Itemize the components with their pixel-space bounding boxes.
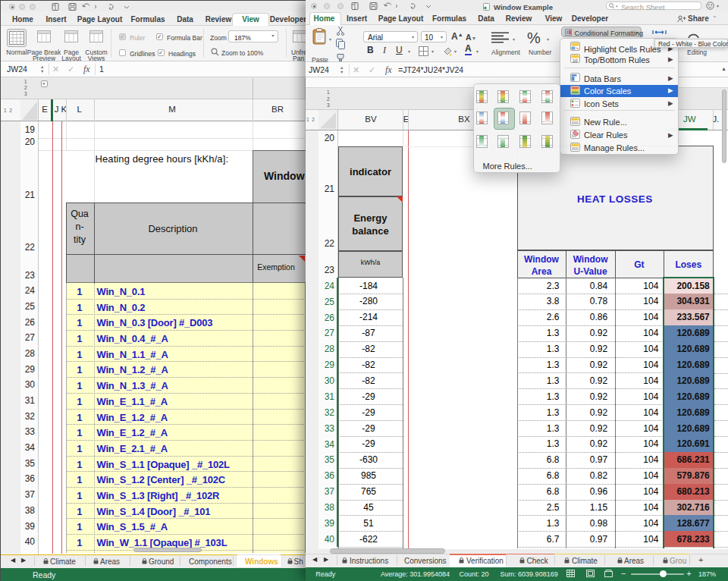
svg-text:10: 10 [573,58,578,63]
